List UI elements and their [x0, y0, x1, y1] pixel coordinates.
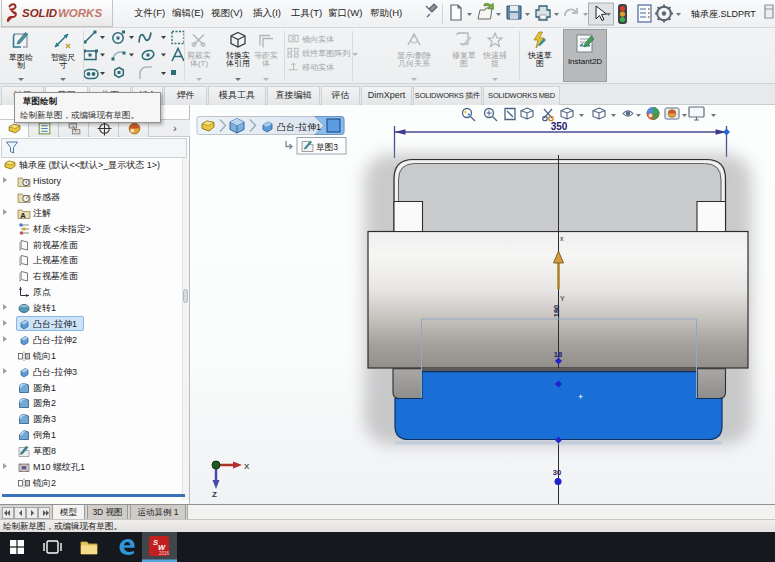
svg-text:180: 180: [552, 305, 561, 318]
svg-text:WORKS: WORKS: [58, 7, 102, 19]
svg-text:2016: 2016: [159, 551, 170, 556]
svg-text:X: X: [244, 462, 250, 471]
svg-text:草图3: 草图3: [315, 142, 338, 152]
svg-text:Z: Z: [212, 490, 217, 499]
svg-text:A: A: [20, 210, 26, 219]
svg-text:凸台-拉伸1: 凸台-拉伸1: [277, 122, 321, 132]
svg-text:18: 18: [554, 350, 562, 359]
svg-text:30: 30: [553, 468, 561, 477]
svg-text:350: 350: [551, 121, 568, 132]
svg-text:SOLID: SOLID: [22, 7, 57, 19]
svg-text:Y: Y: [560, 295, 565, 302]
svg-text:x: x: [560, 235, 564, 242]
